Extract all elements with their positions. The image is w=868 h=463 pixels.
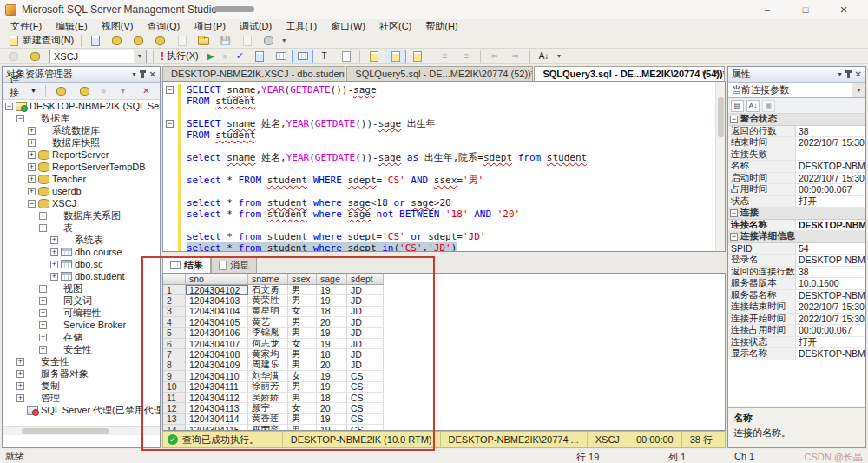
oe-refresh-button[interactable]: [74, 84, 95, 98]
include-actual-plan-button[interactable]: [335, 50, 357, 63]
property-row[interactable]: 连接状态打开: [728, 337, 865, 349]
restore-button[interactable]: □: [786, 4, 825, 15]
property-row[interactable]: 服务器版本10.0.1600: [728, 278, 865, 290]
grid-cell[interactable]: 女: [288, 371, 317, 381]
fold-collapse-icon[interactable]: −: [166, 86, 174, 94]
property-row[interactable]: 启动时间2022/10/7 15:30:54: [728, 173, 865, 185]
execute-button[interactable]: ! 执行(X): [156, 50, 203, 63]
grid-cell[interactable]: JD: [347, 349, 384, 360]
property-row[interactable]: 登录名DESKTOP-NBME2IK: [728, 255, 865, 267]
grid-cell[interactable]: 1204304109: [186, 360, 248, 371]
grid-cell[interactable]: 1204304112: [186, 393, 248, 403]
property-row[interactable]: 显示名称DESKTOP-NBME2IK: [728, 348, 865, 360]
grid-cell[interactable]: JD: [347, 285, 384, 295]
expander-icon[interactable]: +: [39, 334, 47, 341]
group-collapse-icon[interactable]: −: [730, 233, 738, 241]
auto-hide-pin-icon[interactable]: [141, 70, 144, 78]
tree-item[interactable]: +dbo.student: [3, 270, 160, 282]
grid-cell[interactable]: 18: [317, 307, 347, 317]
tab-messages[interactable]: 消息: [211, 257, 257, 273]
expander-icon[interactable]: +: [28, 188, 36, 195]
grid-cell[interactable]: CS: [347, 393, 384, 403]
grid-cell[interactable]: 黄香莲: [248, 414, 288, 425]
expander-icon[interactable]: +: [50, 273, 58, 281]
tree-item[interactable]: +系统数据库: [3, 124, 160, 136]
categorized-icon[interactable]: ▤: [731, 100, 744, 112]
expander-icon[interactable]: +: [50, 236, 58, 244]
grid-cell[interactable]: 女: [288, 403, 317, 413]
grid-cell[interactable]: 1204304113: [186, 403, 248, 413]
menu-item-2[interactable]: 视图(V): [95, 19, 141, 34]
grid-cell[interactable]: 19: [317, 285, 347, 295]
property-row[interactable]: 名称DESKTOP-NBME2IK: [728, 161, 865, 173]
column-header-sno[interactable]: sno: [186, 274, 248, 285]
property-group[interactable]: −连接: [728, 208, 865, 220]
tab-list-dropdown-icon[interactable]: ▾: [702, 69, 707, 77]
row-number-cell[interactable]: 5: [163, 328, 186, 339]
row-number-cell[interactable]: 12: [163, 403, 186, 413]
grid-cell[interactable]: 1204304104: [186, 307, 248, 317]
grid-cell[interactable]: 黄星明: [248, 307, 288, 317]
parse-button[interactable]: ✓: [232, 50, 248, 63]
tree-item[interactable]: +复制: [3, 380, 160, 392]
grid-cell[interactable]: 19: [317, 339, 347, 349]
column-header-ssex[interactable]: ssex: [288, 274, 317, 285]
group-collapse-icon[interactable]: −: [730, 116, 738, 123]
grid-corner-cell[interactable]: [163, 274, 186, 285]
expander-icon[interactable]: +: [39, 285, 47, 293]
row-number-cell[interactable]: 14: [163, 425, 186, 431]
row-number-cell[interactable]: 11: [163, 393, 186, 403]
grid-cell[interactable]: JD: [347, 328, 384, 339]
oe-connect-button[interactable]: 连接(O) ▼: [5, 84, 41, 98]
grid-cell[interactable]: 李锦胤: [248, 328, 288, 339]
menu-item-6[interactable]: 工具(T): [279, 19, 324, 34]
sql-editor[interactable]: −SELECT sname,YEAR(GETDATE())-sageFROM s…: [162, 81, 726, 252]
property-row[interactable]: SPID54: [728, 243, 865, 255]
grid-cell[interactable]: 1204304102: [186, 285, 248, 295]
menu-item-9[interactable]: 帮助(H): [418, 19, 464, 34]
grid-cell[interactable]: 男: [288, 414, 317, 425]
grid-cell[interactable]: 男: [288, 317, 317, 327]
code-line-4[interactable]: −SELECT sname 姓名,YEAR(GETDATE())-sage 出生…: [163, 118, 725, 129]
window-position-icon[interactable]: ▾: [838, 70, 842, 78]
results-grid[interactable]: snosnamessexsagesdept11204304102石文勇男19JD…: [162, 273, 726, 431]
tree-item[interactable]: +安全性: [3, 355, 160, 367]
grid-cell[interactable]: 1204304105: [186, 317, 248, 327]
tree-item[interactable]: −XSCJ: [3, 197, 160, 209]
properties-object-combo[interactable]: 当前连接参数 ▼: [728, 83, 865, 98]
expander-icon[interactable]: +: [28, 139, 36, 147]
grid-cell[interactable]: JD: [347, 317, 384, 327]
grid-cell[interactable]: CS: [347, 403, 384, 413]
menu-item-3[interactable]: 查询(Q): [140, 19, 187, 34]
expander-icon[interactable]: −: [16, 115, 24, 122]
results-to-grid-button[interactable]: [385, 50, 406, 63]
grid-cell[interactable]: JD: [347, 339, 384, 349]
tree-horizontal-scrollbar[interactable]: [3, 426, 160, 435]
code-line-14[interactable]: select * from student where sdept='CS' o…: [163, 231, 725, 242]
document-tab-0[interactable]: DESKTOP-NBME2IK.XSCJ - dbo.student: [162, 66, 345, 81]
expander-icon[interactable]: +: [50, 261, 58, 268]
tree-item[interactable]: +dbo.sc: [3, 258, 160, 270]
scrollbar-thumb[interactable]: [22, 428, 108, 434]
document-tab-1[interactable]: SQLQuery5.sql - DE...ME2IK\20774 (52))*: [346, 66, 533, 81]
grid-cell[interactable]: 19: [317, 295, 347, 306]
tree-item[interactable]: +同义词: [3, 294, 160, 307]
grid-cell[interactable]: 男: [288, 393, 317, 403]
database-engine-query-button[interactable]: [106, 34, 128, 48]
grid-cell[interactable]: 何志龙: [248, 339, 288, 349]
code-line-2[interactable]: FROM student: [163, 96, 725, 107]
new-query-button[interactable]: 新建查询(N): [3, 34, 78, 48]
grid-cell[interactable]: 1204304107: [186, 339, 248, 349]
menu-item-8[interactable]: 社区(C): [372, 19, 418, 34]
row-number-cell[interactable]: 4: [163, 317, 186, 327]
available-databases-combo[interactable]: XSCJ ▼: [49, 50, 147, 63]
code-line-10[interactable]: [163, 186, 725, 197]
tree-item[interactable]: +Service Broker: [3, 319, 160, 331]
auto-hide-pin-icon[interactable]: [847, 70, 850, 78]
toolbar-overflow-icon[interactable]: ▾: [279, 36, 288, 44]
expander-icon[interactable]: −: [5, 103, 13, 110]
grid-cell[interactable]: JD: [347, 295, 384, 306]
code-line-8[interactable]: [163, 163, 725, 175]
toolbar-overflow-icon[interactable]: ▾: [555, 52, 563, 60]
row-number-cell[interactable]: 10: [163, 382, 186, 393]
